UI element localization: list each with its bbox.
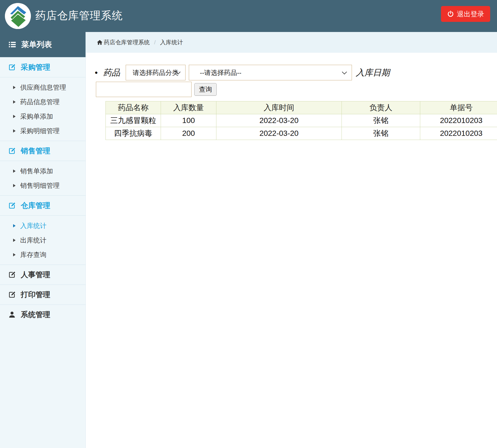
table-column-header: 单据号 [420, 101, 497, 114]
filter-row-selects: • 药品 请选择药品分类 --请选择药品-- 入库日期 [95, 65, 497, 80]
drug-select-value: --请选择药品-- [200, 68, 242, 77]
table-column-header: 入库数量 [161, 101, 216, 114]
sidebar-section-采购管理[interactable]: 采购管理 [0, 57, 86, 77]
drug-filter-label: 药品 [103, 67, 120, 78]
table-cell: 张铭 [342, 114, 420, 127]
sidebar-item-入库统计[interactable]: 入库统计 [0, 218, 86, 233]
sidebar-item-采购明细管理[interactable]: 采购明细管理 [0, 124, 86, 138]
sidebar-item-label: 供应商信息管理 [20, 83, 66, 92]
drug-filter-bullet: • [95, 69, 98, 77]
caret-right-icon [13, 100, 16, 104]
table-cell: 200 [161, 127, 216, 140]
sidebar-item-label: 入库统计 [20, 221, 46, 230]
sidebar-section-label: 人事管理 [21, 270, 50, 280]
logout-button[interactable]: 退出登录 [441, 6, 490, 22]
sidebar-item-药品信息管理[interactable]: 药品信息管理 [0, 95, 86, 109]
sidebar-sections: 采购管理供应商信息管理药品信息管理采购单添加采购明细管理销售管理销售单添加销售明… [0, 57, 86, 324]
drug-select[interactable]: --请选择药品-- [189, 65, 352, 80]
sidebar-item-label: 销售明细管理 [20, 181, 60, 190]
drug-category-select-value: 请选择药品分类 [133, 68, 179, 77]
app-logo [5, 3, 31, 29]
drug-category-select[interactable]: 请选择药品分类 [126, 65, 186, 80]
sidebar-item-出库统计[interactable]: 出库统计 [0, 233, 86, 247]
table-column-header: 入库时间 [216, 101, 342, 114]
storage-date-label: 入库日期 [356, 67, 390, 78]
table-cell: 2022010203 [420, 127, 497, 140]
breadcrumb: 药店仓库管理系统 / 入库统计 [86, 32, 497, 53]
sidebar-item-label: 采购单添加 [20, 112, 53, 121]
storage-date-input[interactable] [96, 82, 192, 97]
breadcrumb-separator: / [154, 39, 156, 46]
sidebar-item-销售单添加[interactable]: 销售单添加 [0, 164, 86, 178]
sidebar-subsection-list: 供应商信息管理药品信息管理采购单添加采购明细管理 [0, 77, 86, 141]
main-content: 药店仓库管理系统 / 入库统计 • 药品 请选择药品分类 --请选择药品-- 入… [86, 32, 497, 448]
app-header: 药店仓库管理系统 退出登录 [0, 0, 497, 32]
table-column-header: 药品名称 [106, 101, 161, 114]
sidebar-item-label: 出库统计 [20, 236, 46, 245]
breadcrumb-current: 入库统计 [160, 39, 183, 46]
edit-icon [8, 271, 16, 279]
edit-icon [8, 63, 16, 71]
sidebar-item-采购单添加[interactable]: 采购单添加 [0, 109, 86, 124]
table-row: 四季抗病毒2002022-03-20张铭2022010203 [106, 127, 497, 140]
logout-label: 退出登录 [457, 10, 484, 19]
sidebar-item-label: 销售单添加 [20, 167, 53, 175]
filter-row-query: 查询 [96, 82, 497, 97]
sidebar-section-label: 采购管理 [21, 62, 50, 72]
caret-right-icon [13, 184, 16, 187]
edit-icon [8, 147, 16, 155]
filter-area: • 药品 请选择药品分类 --请选择药品-- 入库日期 查询 药品名称入库数量入… [86, 53, 497, 140]
sidebar-item-销售明细管理[interactable]: 销售明细管理 [0, 178, 86, 193]
edit-icon [8, 291, 16, 298]
sidebar-section-人事管理[interactable]: 人事管理 [0, 265, 86, 285]
storage-records-table: 药品名称入库数量入库时间负责人单据号 三九感冒颗粒1002022-03-20张铭… [105, 101, 497, 140]
sidebar-item-label: 药品信息管理 [20, 98, 60, 106]
caret-right-icon [13, 224, 16, 227]
chevron-down-icon [342, 69, 347, 74]
sidebar-item-供应商信息管理[interactable]: 供应商信息管理 [0, 80, 86, 95]
table-row: 三九感冒颗粒1002022-03-20张铭2022010203 [106, 114, 497, 127]
power-icon [447, 10, 454, 17]
caret-right-icon [13, 86, 16, 89]
user-icon [8, 311, 16, 318]
page-title: 药店仓库管理系统 [35, 0, 123, 31]
table-cell: 2022-03-20 [216, 127, 342, 140]
caret-right-icon [13, 115, 16, 118]
breadcrumb-home-link[interactable]: 药店仓库管理系统 [104, 39, 150, 46]
sidebar-section-销售管理[interactable]: 销售管理 [0, 141, 86, 161]
table-column-header: 负责人 [342, 101, 420, 114]
sidebar-subsection-list: 销售单添加销售明细管理 [0, 161, 86, 195]
sidebar-section-系统管理[interactable]: 系统管理 [0, 304, 86, 324]
sidebar-section-label: 仓库管理 [21, 201, 50, 210]
edit-icon [8, 202, 16, 209]
sidebar-section-label: 打印管理 [21, 290, 50, 300]
table-cell: 2022010203 [420, 114, 497, 127]
list-icon [8, 40, 16, 49]
sidebar-menu-header: 菜单列表 [0, 32, 86, 57]
table-header-row: 药品名称入库数量入库时间负责人单据号 [106, 101, 497, 114]
caret-right-icon [13, 253, 16, 256]
sidebar-section-label: 销售管理 [21, 146, 50, 156]
mountain-book-logo-icon [5, 3, 31, 29]
caret-right-icon [13, 169, 16, 173]
sidebar-section-仓库管理[interactable]: 仓库管理 [0, 195, 86, 215]
sidebar-menu-title: 菜单列表 [21, 39, 52, 50]
query-button[interactable]: 查询 [194, 83, 217, 96]
table-cell: 100 [161, 114, 216, 127]
caret-right-icon [13, 239, 16, 242]
table-cell: 2022-03-20 [216, 114, 342, 127]
sidebar-item-label: 库存查询 [20, 250, 46, 259]
sidebar-item-库存查询[interactable]: 库存查询 [0, 247, 86, 262]
sidebar: 菜单列表 采购管理供应商信息管理药品信息管理采购单添加采购明细管理销售管理销售单… [0, 32, 86, 448]
table-cell: 四季抗病毒 [106, 127, 161, 140]
sidebar-subsection-list: 入库统计出库统计库存查询 [0, 215, 86, 265]
sidebar-item-label: 采购明细管理 [20, 127, 60, 135]
table-cell: 张铭 [342, 127, 420, 140]
sidebar-section-打印管理[interactable]: 打印管理 [0, 285, 86, 304]
home-icon [97, 39, 103, 45]
sidebar-section-label: 系统管理 [21, 310, 50, 320]
caret-right-icon [13, 129, 16, 133]
table-cell: 三九感冒颗粒 [106, 114, 161, 127]
